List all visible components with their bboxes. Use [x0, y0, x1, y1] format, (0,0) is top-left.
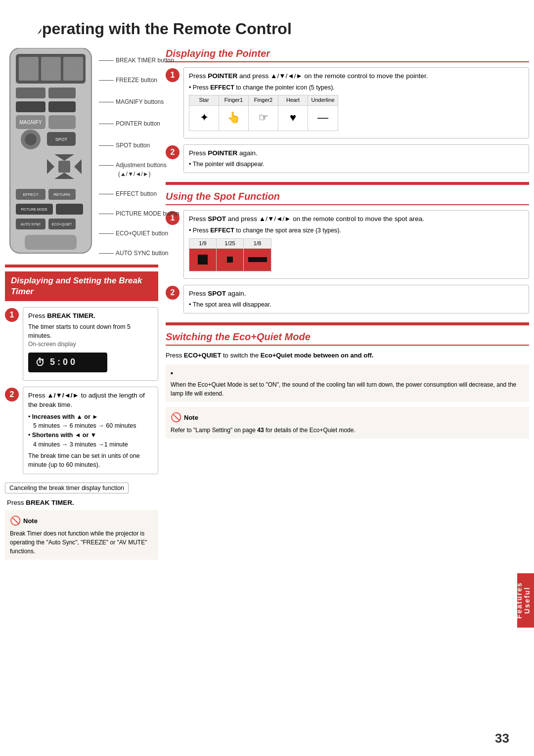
svg-rect-32 — [25, 235, 77, 250]
pointer-step2-content: Press POINTER again. • The pointer will … — [183, 144, 529, 173]
useful-features-tab: Useful Features — [517, 573, 534, 627]
svg-text:SPOT: SPOT — [55, 137, 68, 142]
shorten-label: • Shortens with ◄ or ▼ — [28, 431, 153, 440]
svg-text:MAGNIFY: MAGNIFY — [19, 120, 42, 125]
svg-rect-20 — [58, 161, 70, 173]
freeze-label: FREEZE button — [99, 77, 179, 84]
eco-note2-body: Refer to "Lamp Setting" on page 43 for d… — [171, 426, 524, 435]
svg-rect-2 — [19, 57, 39, 81]
remote-svg: MAGNIFY SPOT EFFECT — [5, 48, 104, 261]
spot-label: SPOT button — [99, 142, 179, 149]
svg-text:AUTO SYNC: AUTO SYNC — [21, 222, 41, 226]
left-panel: MAGNIFY SPOT EFFECT — [5, 48, 158, 569]
eco-note-icon: 🚫 — [171, 411, 181, 424]
timer-display: ⏱ 5 : 0 0 — [28, 353, 107, 372]
remote-diagram: MAGNIFY SPOT EFFECT — [5, 48, 148, 261]
page-number: 33 — [495, 731, 509, 746]
spot-step2-num: 2 — [166, 286, 179, 300]
pointer-col-underline: Underline — — [308, 95, 338, 130]
break-timer-section: Displaying and Setting the Break Timer 1… — [5, 271, 158, 560]
displaying-pointer-section: Displaying the Pointer 1 Press POINTER a… — [166, 48, 529, 173]
right-red-bar-2 — [166, 322, 529, 325]
break-timer-note: 🚫 Note Break Timer does not function whi… — [5, 510, 158, 560]
pointer-col-finger1: Finger1 👆 — [219, 95, 249, 130]
break-timer-step2: 2 Press ▲/▼/◄/► to adjust the length of … — [5, 387, 158, 474]
pointer-icon-table: Star ✦ Finger1 👆 Finger2 ☞ — [189, 95, 338, 131]
eco-note-bullet: • — [171, 368, 173, 379]
pointer-step1: 1 Press POINTER and press ▲/▼/◄/► on the… — [166, 67, 529, 138]
break-timer-header: Displaying and Setting the Break Timer — [5, 271, 158, 301]
svg-rect-5 — [16, 88, 45, 98]
eco-instruction: Press ECO+QUIET to switch the Eco+Quiet … — [166, 351, 529, 360]
page-title: Operating with the Remote Control — [0, 0, 534, 48]
magnify-label: MAGNIFY buttons — [99, 98, 179, 105]
spot-step2: 2 Press SPOT again. • The spot area will… — [166, 285, 529, 313]
pointer-section-title: Displaying the Pointer — [166, 48, 529, 62]
page: Operating with the Remote Control — [0, 0, 534, 756]
pointer-step1-note: • Press EFFECT to change the pointer ico… — [189, 84, 524, 92]
spot-section: Using the Spot Function 1 Press SPOT and… — [166, 191, 529, 313]
spot-section-title: Using the Spot Function — [166, 191, 529, 205]
step2-instruction: Press ▲/▼/◄/► to adjust the length of th… — [28, 391, 153, 410]
step1-body: The timer starts to count down from 5 mi… — [28, 323, 153, 340]
svg-point-13 — [25, 133, 37, 145]
eco-section-title: Switching the Eco+Quiet Mode — [166, 331, 529, 346]
spot-step1: 1 Press SPOT and press ▲/▼/◄/► on the re… — [166, 210, 529, 279]
svg-rect-11 — [48, 115, 76, 129]
timer-icon: ⏱ — [35, 356, 45, 369]
increase-label: • Increases with ▲ or ► — [28, 412, 153, 422]
svg-text:RETURN: RETURN — [53, 192, 70, 197]
step1-number: 1 — [5, 308, 19, 322]
svg-text:PICTURE MODE: PICTURE MODE — [21, 208, 47, 211]
note-icon: 🚫 — [10, 514, 21, 528]
auto-sync-label: AUTO SYNC button — [99, 250, 179, 257]
eco-note1: • When the Eco+Quiet Mode is set to "ON"… — [166, 364, 529, 402]
pointer-step2: 2 Press POINTER again. • The pointer wil… — [166, 144, 529, 173]
step2-content: Press ▲/▼/◄/► to adjust the length of th… — [23, 387, 158, 474]
eco-section: Switching the Eco+Quiet Mode Press ECO+Q… — [166, 331, 529, 439]
effect-label: EFFECT button — [99, 190, 179, 197]
adjustment-label: Adjustment buttons — [99, 162, 179, 169]
svg-text:EFFECT: EFFECT — [23, 192, 38, 197]
spot-col-1-25: 1/25 — [217, 239, 244, 271]
spot-col-1-8: 1/8 — [244, 239, 271, 271]
pointer-col-heart: Heart ♥ — [278, 95, 308, 130]
on-screen-label: On-screen display — [28, 340, 153, 349]
svg-rect-8 — [48, 101, 76, 112]
break-timer-step1: 1 Press BREAK TIMER. The timer starts to… — [5, 307, 158, 381]
pointer-label: POINTER button — [99, 120, 179, 127]
cancel-press: Press BREAK TIMER. — [5, 499, 158, 506]
spot-step1-note: • Press EFFECT to change the spot area s… — [189, 226, 524, 235]
svg-rect-4 — [63, 57, 83, 81]
pointer-step2-note: • The pointer will disappear. — [189, 160, 524, 169]
cancel-box: Canceling the break timer display functi… — [5, 483, 129, 493]
spot-step2-note: • The spot area will disappear. — [189, 301, 524, 310]
spot-col-1-9: 1/9 — [189, 239, 217, 271]
left-red-bar — [5, 265, 158, 267]
svg-rect-27 — [56, 204, 83, 215]
picture-mode-label: PICTURE MODE button — [99, 210, 179, 217]
pointer-step1-content: Press POINTER and press ▲/▼/◄/► on the r… — [183, 67, 529, 138]
note-body: Break Timer does not function while the … — [10, 529, 153, 556]
eco-note1-body: When the Eco+Quiet Mode is set to "ON", … — [171, 380, 524, 398]
svg-rect-3 — [41, 57, 61, 81]
remote-labels-container: BREAK TIMER button FREEZE button MAGNIFY… — [101, 52, 182, 257]
svg-rect-7 — [16, 101, 45, 112]
right-red-bar-1 — [166, 182, 529, 185]
svg-rect-6 — [48, 88, 76, 98]
step2-note: The break time can be set in units of on… — [28, 451, 153, 470]
pointer-col-star: Star ✦ — [189, 95, 219, 130]
eco-quiet-label: ECO+QUIET button — [99, 230, 179, 237]
shorten-detail: 4 minutes → 3 minutes →1 minute — [28, 440, 153, 449]
svg-text:ECO+QUIET: ECO+QUIET — [52, 222, 72, 226]
spot-step2-content: Press SPOT again. • The spot area will d… — [183, 285, 529, 313]
step2-number: 2 — [5, 388, 19, 401]
spot-size-table: 1/9 1/25 — [189, 238, 271, 271]
cancel-box-wrapper: Canceling the break timer display functi… — [5, 480, 158, 496]
step1-content: Press BREAK TIMER. The timer starts to c… — [23, 307, 158, 381]
eco-note-section: 🚫 Note Refer to "Lamp Setting" on page 4… — [166, 407, 529, 439]
pointer-col-finger2: Finger2 ☞ — [249, 95, 278, 130]
break-timer-label: BREAK TIMER button — [99, 57, 179, 64]
right-panel: Displaying the Pointer 1 Press POINTER a… — [166, 48, 529, 569]
spot-step1-content: Press SPOT and press ▲/▼/◄/► on the remo… — [183, 210, 529, 279]
